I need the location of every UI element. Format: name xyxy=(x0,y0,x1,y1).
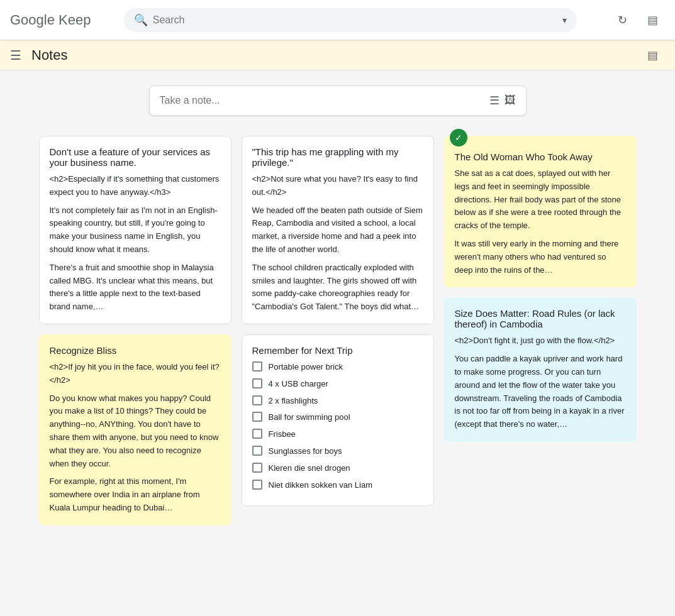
checklist-item-text: Portable power brick xyxy=(269,361,343,374)
note-title: Remember for Next Trip xyxy=(252,345,423,356)
note-body-para: <h2>Don't fight it, just go with the flo… xyxy=(455,334,626,348)
checkbox[interactable] xyxy=(252,429,262,439)
note-card[interactable]: "This trip has me grappling with my priv… xyxy=(242,136,434,324)
app-logo[interactable]: Google Keep xyxy=(10,12,91,28)
note-body-para: <h2>Not sure what you have? It's easy to… xyxy=(252,173,423,199)
note-body-para: <h2>If joy hit you in the face, would yo… xyxy=(50,361,221,387)
checkbox[interactable] xyxy=(252,463,262,473)
view-toggle-icon[interactable]: ▤ xyxy=(640,43,665,68)
note-title: Size Does Matter: Road Rules (or lack th… xyxy=(455,308,626,329)
search-input[interactable] xyxy=(153,14,557,26)
note-body-para: We headed off the beaten path outside of… xyxy=(252,204,423,256)
note-card[interactable]: Recognize Bliss <h2>If joy hit you in th… xyxy=(39,334,232,525)
note-body-para: There's a fruit and smoothie shop in Mal… xyxy=(50,261,221,314)
note-body-para: She sat as a cat does, splayed out with … xyxy=(455,167,626,233)
checklist-item-text: Kleren die snel drogen xyxy=(269,462,350,475)
checkbox[interactable] xyxy=(252,395,262,405)
note-title: Don't use a feature of your services as … xyxy=(50,146,221,168)
search-container: 🔍 ▾ xyxy=(124,8,577,32)
checkbox[interactable] xyxy=(252,378,262,388)
grid-view-button[interactable]: ▤ xyxy=(640,8,665,33)
logo-text: Google Keep xyxy=(10,12,91,28)
note-body: <h2>If joy hit you in the face, would yo… xyxy=(50,361,221,515)
note-card-checklist[interactable]: Remember for Next Trip Portable power br… xyxy=(242,334,434,506)
note-title: Recognize Bliss xyxy=(50,345,221,356)
checklist-item: Portable power brick xyxy=(252,361,423,374)
checklist-item-text: Sunglasses for boys xyxy=(269,445,342,458)
note-body-para: It's not completely fair as I'm not in a… xyxy=(50,204,221,256)
note-body-para: The school children practically exploded… xyxy=(252,261,423,314)
search-icon: 🔍 xyxy=(134,13,148,27)
main-content: ☰ 🖼 Don't use a feature of your services… xyxy=(0,70,675,551)
note-body: Portable power brick 4 x USB charger 2 x… xyxy=(252,361,423,492)
note-card[interactable]: Don't use a feature of your services as … xyxy=(39,136,232,324)
checklist-item-text: Ball for swimming pool xyxy=(269,411,350,424)
note-title: The Old Woman Who Took Away xyxy=(455,151,626,162)
top-nav: ☰ Notes ▤ xyxy=(0,40,675,70)
note-body: She sat as a cat does, splayed out with … xyxy=(455,167,626,277)
refresh-button[interactable]: ↻ xyxy=(610,8,635,33)
note-body-para: For example, right at this moment, I'm s… xyxy=(50,475,221,514)
note-input-field[interactable] xyxy=(160,95,489,106)
note-card[interactable]: Size Does Matter: Road Rules (or lack th… xyxy=(444,297,637,442)
note-input-container: ☰ 🖼 xyxy=(149,85,527,116)
menu-icon[interactable]: ☰ xyxy=(10,48,21,63)
app-header: Google Keep 🔍 ▾ ↻ ▤ xyxy=(0,0,675,40)
checklist-item: Frisbee xyxy=(252,428,423,441)
checklist-item: Niet dikken sokken van Liam xyxy=(252,479,423,492)
note-body-para: You can paddle a kayak upriver and work … xyxy=(455,353,626,431)
checklist-item: Sunglasses for boys xyxy=(252,445,423,458)
checkbox[interactable] xyxy=(252,480,262,490)
note-body: <h2>Don't fight it, just go with the flo… xyxy=(455,334,626,431)
checklist-item-text: Frisbee xyxy=(269,428,296,441)
search-bar: 🔍 ▾ xyxy=(124,8,577,32)
checklist-item-text: 4 x USB charger xyxy=(269,378,328,391)
checklist-item: 4 x USB charger xyxy=(252,378,423,391)
note-body-para: Do you know what makes you happy? Could … xyxy=(50,392,221,471)
checklist-item: Kleren die snel drogen xyxy=(252,462,423,475)
nav-actions: ▤ xyxy=(640,43,665,68)
checklist-icon[interactable]: ☰ xyxy=(489,94,499,107)
note-card[interactable]: ✓ The Old Woman Who Took Away She sat as… xyxy=(444,136,637,287)
checklist-item: Ball for swimming pool xyxy=(252,411,423,424)
notes-grid: Don't use a feature of your services as … xyxy=(39,136,637,536)
search-expand-icon[interactable]: ▾ xyxy=(562,15,567,25)
checkbox[interactable] xyxy=(252,361,262,371)
image-icon[interactable]: 🖼 xyxy=(505,94,516,107)
checklist-item-text: Niet dikken sokken van Liam xyxy=(269,479,372,492)
checklist-item: 2 x flashlights xyxy=(252,395,423,408)
note-input-icons: ☰ 🖼 xyxy=(489,94,516,107)
note-body: <h2>Not sure what you have? It's easy to… xyxy=(252,173,423,314)
checkbox[interactable] xyxy=(252,446,262,456)
note-body-para: <h2>Especially if it's something that cu… xyxy=(50,173,221,199)
note-body: <h2>Especially if it's something that cu… xyxy=(50,173,221,314)
checklist-item-text: 2 x flashlights xyxy=(269,395,318,408)
header-actions: ↻ ▤ xyxy=(610,8,665,33)
note-title: "This trip has me grappling with my priv… xyxy=(252,146,423,168)
note-body-para: It was still very early in the morning a… xyxy=(455,238,626,277)
checkbox[interactable] xyxy=(252,412,262,422)
nav-title: Notes xyxy=(31,47,67,63)
